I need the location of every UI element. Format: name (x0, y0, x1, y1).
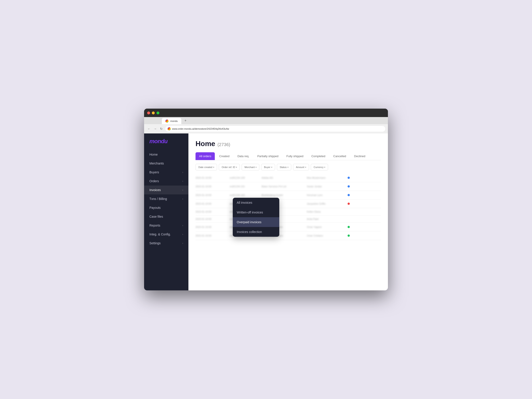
logo: mondu (144, 138, 188, 150)
filter-order-ref-id[interactable]: Order ref. ID ▾ (219, 164, 240, 171)
cell-date: 2023-01-10:00 (196, 202, 224, 205)
status-indicator (348, 194, 350, 196)
table-row: 2023-01-10:00 ord01234-102 Boehlesberg G… (196, 191, 381, 200)
status-indicator (348, 203, 350, 205)
tab-declined[interactable]: Declined (350, 152, 369, 160)
sidebar-item-reports[interactable]: Reports › (144, 221, 188, 230)
cell-merchant: Boehlesberg GmbH (262, 194, 301, 196)
sidebar-label-orders: Orders (149, 179, 159, 183)
back-button[interactable]: ← (147, 127, 151, 131)
chevron-down-icon: ▾ (324, 166, 325, 168)
browser-tab[interactable]: mondu (162, 118, 181, 124)
close-button[interactable] (147, 112, 150, 114)
filter-status[interactable]: Status ▾ (277, 164, 291, 171)
cell-buyer: Jacqueline Griffin (307, 202, 342, 205)
cell-date: 2023-01-10:00 (196, 194, 224, 196)
tab-data-req[interactable]: Data req. (234, 152, 253, 160)
new-tab-button[interactable]: + (183, 118, 188, 123)
tab-completed[interactable]: Completed (308, 152, 329, 160)
address-bar[interactable]: www.order.mondu.ai/demostore/2423454q34o… (165, 126, 385, 132)
invoices-dropdown-menu: All invoices Written-off invoices Overpa… (233, 198, 279, 237)
google-icon (168, 127, 171, 130)
tab-all-orders[interactable]: All orders (196, 152, 215, 160)
sidebar-item-settings[interactable]: Settings › (144, 239, 188, 248)
status-indicator (348, 234, 350, 237)
reload-button[interactable]: ↻ (159, 127, 164, 131)
tab-cancelled[interactable]: Cancelled (330, 152, 350, 160)
chevron-right-icon: › (183, 180, 183, 183)
cell-date: 2023-01-10:00 (196, 234, 224, 237)
cell-date: 2023-01-10:00 (196, 226, 224, 228)
chevron-right-icon: › (183, 189, 183, 191)
cell-id: ord01234-101 (230, 185, 256, 188)
cell-date: 2023-01-10:00 (196, 185, 224, 188)
forward-button[interactable]: → (153, 127, 157, 131)
chevron-right-icon: › (183, 242, 183, 245)
tab-partially-shipped[interactable]: Partially shipped (254, 152, 282, 160)
filter-buyer[interactable]: Buyer ▾ (261, 164, 275, 171)
chevron-down-icon: ▾ (213, 166, 214, 168)
sidebar: mondu Home Merchants Buyers › Orders › I… (144, 133, 188, 290)
cell-status (348, 184, 381, 188)
chevron-down-icon: ▾ (236, 166, 237, 168)
tab-fully-shipped[interactable]: Fully shipped (283, 152, 307, 160)
sidebar-label-casefiles: Case files (149, 215, 163, 218)
filter-amount[interactable]: Amount ▾ (293, 164, 309, 171)
sidebar-item-buyers[interactable]: Buyers › (144, 168, 188, 177)
cell-merchant: Baker Services Pvt Ltd (262, 185, 301, 188)
sidebar-label-buyers: Buyers (149, 171, 159, 174)
chevron-down-icon: ▾ (305, 166, 306, 168)
tab-created[interactable]: Created (216, 152, 233, 160)
sidebar-item-casefiles[interactable]: Case files (144, 212, 188, 221)
fullscreen-button[interactable] (157, 112, 159, 114)
status-indicator (348, 226, 350, 228)
filter-currency[interactable]: Currency ▾ (311, 164, 328, 171)
sidebar-item-invoices[interactable]: Invoices › (144, 185, 188, 194)
main-content: Home (2736) All orders Created Data req.… (188, 133, 388, 290)
sidebar-item-merchants[interactable]: Merchants (144, 159, 188, 168)
filter-date-created[interactable]: Date created ▾ (196, 164, 217, 171)
cell-status (348, 193, 381, 197)
sidebar-label-invoices: Invoices (149, 188, 161, 192)
filter-row: Date created ▾ Order ref. ID ▾ Merchant … (196, 164, 381, 171)
minimize-button[interactable] (152, 112, 155, 114)
cell-buyer: Xavier Jordan (307, 185, 342, 188)
status-indicator (348, 177, 350, 179)
sidebar-item-orders[interactable]: Orders › (144, 177, 188, 185)
sidebar-item-payouts[interactable]: Payouts (144, 203, 188, 212)
cell-buyer: Kellen Diana (307, 210, 342, 213)
dropdown-item-overpaid[interactable]: Overpaid invoices (233, 217, 279, 227)
dropdown-item-all-invoices[interactable]: All invoices (233, 198, 279, 208)
table-area: Date created ▾ Order ref. ID ▾ Merchant … (188, 160, 388, 244)
sidebar-label-integ: Integ. & Config. (149, 233, 171, 236)
table-row: 2023-01-10:00 ord01234-105 Anneliese Ban… (196, 215, 381, 223)
cell-buyer: Omar Yagami (307, 226, 342, 228)
tabs-row: All orders Created Data req. Partially s… (196, 152, 381, 160)
cell-id: ord01234-102 (230, 194, 256, 196)
cell-id: ord01234-100 (230, 177, 256, 179)
table-row: 2023-01-10:00 ord01234-100 Adidas AG Max… (196, 174, 381, 182)
title-bar (144, 109, 388, 117)
filter-merchant[interactable]: Merchant ▾ (242, 164, 259, 171)
cell-date: 2023-01-10:00 (196, 177, 224, 179)
sidebar-item-integ[interactable]: Integ. & Config. › (144, 230, 188, 239)
cell-merchant: Adidas AG (262, 177, 301, 179)
page-title: Home (2736) (196, 140, 381, 148)
cell-buyer: Anita Patel (307, 218, 342, 220)
cell-buyer: Horsman Lynn (307, 194, 342, 196)
dropdown-item-written-off[interactable]: Written-off invoices (233, 208, 279, 217)
order-count: (2736) (217, 142, 230, 147)
chevron-down-icon: ▾ (271, 166, 272, 168)
chevron-down-icon: ▾ (287, 166, 288, 168)
page-header: Home (2736) All orders Created Data req.… (188, 133, 388, 160)
cell-status (348, 176, 381, 180)
sidebar-label-reports: Reports (149, 224, 160, 227)
dropdown-item-collection[interactable]: Invoices collection (233, 227, 279, 237)
chevron-down-icon: ▾ (256, 166, 256, 168)
sidebar-label-payouts: Payouts (149, 206, 161, 209)
table-row: 2023-01-10:00 ord01234-104 Costbridge AG… (196, 208, 381, 215)
sidebar-item-home[interactable]: Home (144, 150, 188, 159)
chevron-right-icon: › (183, 224, 183, 227)
sidebar-item-txns[interactable]: Txns / Billing › (144, 194, 188, 203)
tab-bar: mondu + (144, 117, 388, 124)
